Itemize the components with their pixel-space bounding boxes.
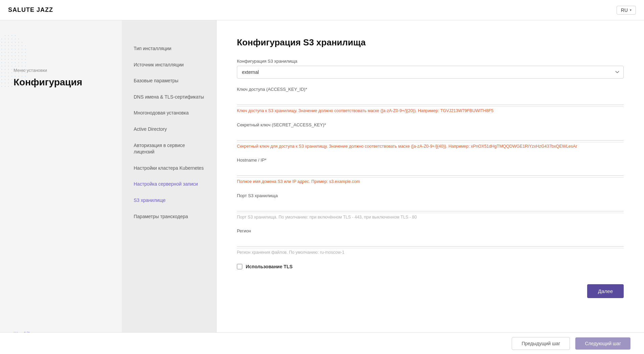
sidebar-item-license-auth[interactable]: Авторизация в сервисе лицензий	[122, 138, 216, 160]
secret-key-group: Секретный ключ (SECRET_ACCESS_KEY)* Секр…	[237, 122, 624, 150]
port-hint: Порт S3 хранилища. По умолчанию: при вкл…	[237, 214, 624, 221]
port-group: Порт S3 хранилища Порт S3 хранилища. По …	[237, 193, 624, 221]
s3-config-label: Конфигурация S3 хранилища	[237, 59, 624, 64]
port-label: Порт S3 хранилища	[237, 193, 624, 198]
hostname-input[interactable]	[237, 165, 624, 176]
access-key-input[interactable]	[237, 94, 624, 105]
secret-key-error: Секретный ключ для доступа к S3 хранилищ…	[237, 144, 624, 150]
left-sidebar: Меню установки Конфигурация Шаг 2/3	[0, 20, 122, 354]
tls-checkbox[interactable]	[237, 264, 242, 269]
secret-key-divider	[237, 142, 624, 142]
access-key-divider	[237, 106, 624, 107]
tls-checkbox-row: Использование TLS	[237, 264, 624, 269]
sidebar-item-install-source[interactable]: Источник инсталляции	[122, 57, 216, 73]
header: SALUTE JAZZ RU ▾	[0, 0, 644, 20]
access-key-group: Ключ доступа (ACCESS_KEY_ID)* Ключ досту…	[237, 87, 624, 114]
sidebar-item-active-directory[interactable]: Active Directory	[122, 121, 216, 138]
center-nav: Тип инсталляции Источник инсталляции Баз…	[122, 20, 217, 354]
next-step-button[interactable]: Следующий шаг	[575, 337, 630, 350]
daleel-btn-container: Далее	[237, 277, 624, 298]
bottom-bar: Предыдущий шаг Следующий шаг	[0, 332, 644, 354]
tls-checkbox-label: Использование TLS	[246, 264, 293, 269]
hostname-error: Полное имя домена S3 или IP адрес. Приме…	[237, 179, 624, 185]
sidebar-item-server-record[interactable]: Настройка серверной записи	[122, 176, 216, 192]
lang-label: RU	[621, 7, 628, 13]
sidebar-item-s3-storage[interactable]: S3 хранилище	[122, 192, 216, 209]
sidebar-item-install-type[interactable]: Тип инсталляции	[122, 41, 216, 57]
right-panel: Конфигурация S3 хранилища Конфигурация S…	[217, 20, 644, 354]
region-input[interactable]	[237, 235, 624, 247]
lang-switcher[interactable]: RU ▾	[617, 6, 636, 15]
chevron-down-icon: ▾	[630, 8, 631, 12]
sidebar-item-multi-node[interactable]: Многонодовая установка	[122, 105, 216, 121]
decoration-dots	[0, 34, 27, 88]
hostname-divider	[237, 177, 624, 178]
access-key-error: Ключ доступа к S3 хранилищу. Значение до…	[237, 108, 624, 114]
panel-title: Конфигурация S3 хранилища	[237, 37, 624, 48]
secret-key-label: Секретный ключ (SECRET_ACCESS_KEY)*	[237, 122, 624, 127]
region-label: Регион	[237, 228, 624, 233]
tls-group: Использование TLS	[237, 264, 624, 269]
sidebar-title: Конфигурация	[14, 77, 108, 88]
s3-config-select[interactable]: external internal disabled	[237, 66, 624, 79]
hostname-group: Hostname / IP* Полное имя домена S3 или …	[237, 158, 624, 185]
port-input[interactable]	[237, 200, 624, 211]
s3-config-group: Конфигурация S3 хранилища external inter…	[237, 59, 624, 79]
hostname-label: Hostname / IP*	[237, 158, 624, 163]
sidebar-item-transcoder[interactable]: Параметры транскодера	[122, 209, 216, 225]
sidebar-item-kubernetes[interactable]: Настройки кластера Kubernetes	[122, 160, 216, 176]
access-key-label: Ключ доступа (ACCESS_KEY_ID)*	[237, 87, 624, 92]
secret-key-input[interactable]	[237, 129, 624, 141]
prev-step-button[interactable]: Предыдущий шаг	[512, 337, 570, 350]
decoration	[0, 34, 27, 88]
menu-label: Меню установки	[14, 68, 108, 73]
region-hint: Регион хранения файлов. По умолчанию: ru…	[237, 250, 624, 256]
port-divider	[237, 213, 624, 213]
region-group: Регион Регион хранения файлов. По умолча…	[237, 228, 624, 256]
sidebar-item-dns-tls[interactable]: DNS имена & TLS-сертификаты	[122, 89, 216, 105]
sidebar-item-base-params[interactable]: Базовые параметры	[122, 73, 216, 89]
region-divider	[237, 248, 624, 248]
daleel-button[interactable]: Далее	[587, 284, 624, 298]
main-layout: Меню установки Конфигурация Шаг 2/3 Тип …	[0, 20, 644, 354]
logo: SALUTE JAZZ	[8, 6, 53, 14]
